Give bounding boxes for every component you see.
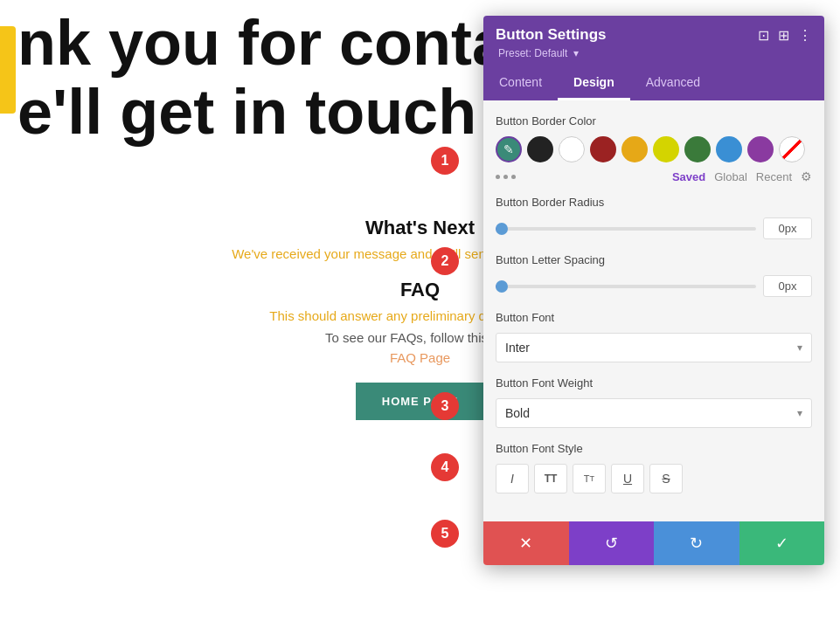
page-heading-2: e'll get in touch — [17, 78, 476, 147]
font-style-strikethrough-button[interactable]: S — [649, 464, 683, 493]
font-style-underline-button[interactable]: U — [611, 464, 644, 493]
step-5: 5 — [431, 520, 459, 548]
redo-button[interactable]: ↻ — [654, 521, 739, 565]
letter-spacing-value[interactable]: 0px — [763, 275, 812, 297]
color-swatch-purple[interactable] — [747, 136, 774, 162]
color-swatch-blue[interactable] — [716, 136, 742, 162]
font-select[interactable]: Inter ▾ — [496, 333, 812, 362]
cancel-icon: ✕ — [519, 534, 532, 553]
color-swatch-red[interactable] — [590, 136, 616, 162]
font-weight-value: Bold — [505, 406, 530, 420]
color-swatch-orange[interactable] — [621, 136, 648, 162]
font-style-row: I TT TT U S — [496, 464, 812, 493]
border-radius-section: Button Border Radius 0px — [496, 196, 812, 239]
font-style-italic-button[interactable]: I — [496, 464, 529, 493]
tab-design[interactable]: Design — [558, 66, 630, 100]
saved-option-saved[interactable]: Saved — [672, 170, 705, 183]
step-3: 3 — [431, 392, 459, 420]
panel-body: Button Border Color ✎ Saved Global — [483, 100, 824, 521]
font-weight-arrow-icon: ▾ — [797, 407, 802, 419]
border-radius-label: Button Border Radius — [496, 196, 812, 209]
button-settings-panel: Button Settings ⊡ ⊞ ⋮ Preset: Default ▾ … — [483, 16, 824, 565]
home-page-button[interactable]: HOME PAGE — [356, 383, 485, 420]
tab-content[interactable]: Content — [483, 66, 558, 100]
letter-spacing-thumb[interactable] — [496, 280, 508, 293]
confirm-button[interactable]: ✓ — [739, 521, 825, 565]
confirm-icon: ✓ — [775, 534, 788, 553]
color-saved-row: Saved Global Recent ⚙ — [496, 169, 812, 183]
tab-advanced[interactable]: Advanced — [630, 66, 716, 100]
color-swatch-green[interactable] — [684, 136, 711, 162]
panel-title: Button Settings — [496, 26, 607, 44]
color-swatch-yellow[interactable] — [653, 136, 679, 162]
color-swatch-white[interactable] — [559, 136, 585, 162]
dot-2 — [503, 175, 508, 179]
resize-icon[interactable]: ⊡ — [758, 27, 769, 44]
undo-button[interactable]: ↺ — [569, 521, 655, 565]
border-radius-thumb[interactable] — [496, 223, 508, 235]
letter-spacing-label: Button Letter Spacing — [496, 253, 812, 266]
more-options-icon[interactable]: ⋮ — [798, 27, 812, 44]
font-style-section: Button Font Style I TT TT U S — [496, 442, 812, 493]
font-style-label: Button Font Style — [496, 442, 812, 455]
color-dots — [496, 175, 516, 179]
panel-header: Button Settings ⊡ ⊞ ⋮ Preset: Default ▾ — [483, 16, 824, 66]
color-swatch-black[interactable] — [527, 136, 553, 162]
color-swatches: ✎ — [496, 136, 812, 162]
undo-icon: ↺ — [605, 534, 618, 553]
letter-spacing-section: Button Letter Spacing 0px — [496, 253, 812, 297]
border-radius-track[interactable] — [496, 227, 756, 231]
font-style-uppercase-button[interactable]: TT — [534, 464, 567, 493]
panel-footer: ✕ ↺ ↻ ✓ — [483, 521, 824, 565]
border-color-label: Button Border Color — [496, 114, 812, 128]
redo-icon: ↻ — [690, 534, 703, 553]
panel-header-icons: ⊡ ⊞ ⋮ — [758, 27, 812, 44]
color-saved-options: Saved Global Recent ⚙ — [672, 169, 812, 183]
yellow-accent — [0, 26, 16, 114]
border-radius-value[interactable]: 0px — [763, 217, 812, 239]
font-weight-select[interactable]: Bold ▾ — [496, 398, 812, 428]
color-swatch-none[interactable] — [779, 136, 805, 162]
dot-3 — [511, 175, 516, 179]
font-style-capitalize-button[interactable]: TT — [573, 464, 606, 493]
panel-tabs: Content Design Advanced — [483, 66, 824, 100]
font-label: Button Font — [496, 311, 812, 324]
dot-1 — [496, 175, 500, 179]
step-1: 1 — [431, 147, 459, 175]
step-2: 2 — [431, 247, 459, 275]
letter-spacing-track[interactable] — [496, 285, 756, 288]
font-arrow-icon: ▾ — [797, 342, 802, 354]
color-settings-gear-icon[interactable]: ⚙ — [801, 169, 812, 183]
grid-icon[interactable]: ⊞ — [778, 27, 789, 44]
color-swatch-teal[interactable]: ✎ — [496, 136, 522, 162]
border-radius-slider-row: 0px — [496, 217, 812, 239]
panel-header-top: Button Settings ⊡ ⊞ ⋮ — [496, 26, 812, 44]
letter-spacing-slider-row: 0px — [496, 275, 812, 297]
font-weight-section: Button Font Weight Bold ▾ — [496, 376, 812, 428]
font-weight-label: Button Font Weight — [496, 376, 812, 390]
panel-preset[interactable]: Preset: Default ▾ — [496, 47, 812, 59]
saved-option-global[interactable]: Global — [714, 170, 747, 183]
cancel-button[interactable]: ✕ — [483, 521, 569, 565]
step-4: 4 — [431, 453, 459, 481]
saved-option-recent[interactable]: Recent — [756, 170, 792, 183]
font-value: Inter — [505, 341, 530, 355]
font-section: Button Font Inter ▾ — [496, 311, 812, 362]
